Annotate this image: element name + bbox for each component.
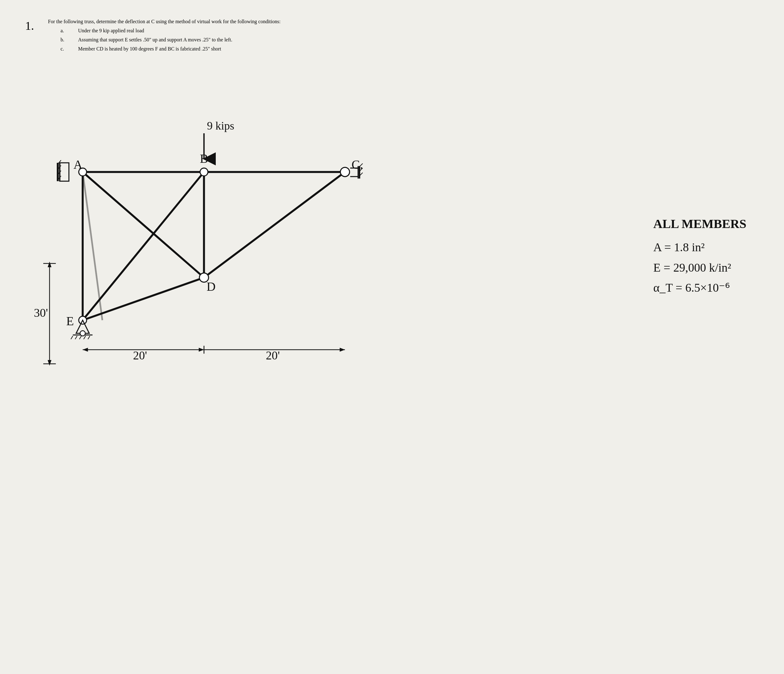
node-label-B: B <box>200 152 208 166</box>
svg-marker-48 <box>340 348 345 352</box>
node-label-E: E <box>66 314 74 328</box>
page: 1. For the following truss, determine th… <box>0 0 784 674</box>
svg-marker-2 <box>48 360 51 366</box>
svg-marker-46 <box>199 348 204 352</box>
svg-line-14 <box>204 172 345 277</box>
sub-label-c: c. <box>61 45 74 53</box>
svg-marker-45 <box>83 348 88 352</box>
dim-20-right: 20' <box>266 349 280 361</box>
svg-marker-1 <box>48 262 51 267</box>
sub-text-b: Assuming that support E settles .50" up … <box>78 36 232 44</box>
sub-label-b: b. <box>61 36 74 44</box>
problem-number: 1. <box>25 19 42 53</box>
problem-main-text: For the following truss, determine the d… <box>48 19 281 24</box>
notes-A: A = 1.8 in² <box>653 237 747 257</box>
dim-20-left: 20' <box>133 349 147 361</box>
svg-line-15 <box>83 172 103 320</box>
sub-text-c: Member CD is heated by 100 degrees F and… <box>78 45 221 53</box>
dim-30-text: 30' <box>34 306 48 320</box>
sub-text-a: Under the 9 kip applied real load <box>78 27 144 35</box>
sub-item-c: c. Member CD is heated by 100 degrees F … <box>61 45 759 53</box>
notes-E: E = 29,000 k/in² <box>653 257 747 278</box>
node-label-D: D <box>207 280 216 294</box>
sub-items-list: a. Under the 9 kip applied real load b. … <box>61 27 759 53</box>
svg-line-33 <box>84 336 86 339</box>
svg-line-32 <box>79 336 81 339</box>
sub-label-a: a. <box>61 27 74 35</box>
sub-item-b: b. Assuming that support E settles .50" … <box>61 36 759 44</box>
svg-point-36 <box>340 168 349 177</box>
notes-title: ALL MEMBERS <box>653 213 747 235</box>
svg-line-31 <box>75 336 77 339</box>
svg-point-35 <box>80 331 85 336</box>
notes-alpha: α_T = 6.5×10⁻⁶ <box>653 277 747 298</box>
svg-point-17 <box>200 168 208 176</box>
truss-diagram: A B C. D E <box>56 122 417 361</box>
sub-item-a: a. Under the 9 kip applied real load <box>61 27 759 35</box>
notes-area: ALL MEMBERS A = 1.8 in² E = 29,000 k/in²… <box>653 213 747 298</box>
svg-line-30 <box>71 336 73 339</box>
node-label-A: A <box>73 158 82 171</box>
svg-line-34 <box>88 336 90 339</box>
svg-line-9 <box>83 172 204 277</box>
problem-statement: 1. For the following truss, determine th… <box>25 19 759 53</box>
